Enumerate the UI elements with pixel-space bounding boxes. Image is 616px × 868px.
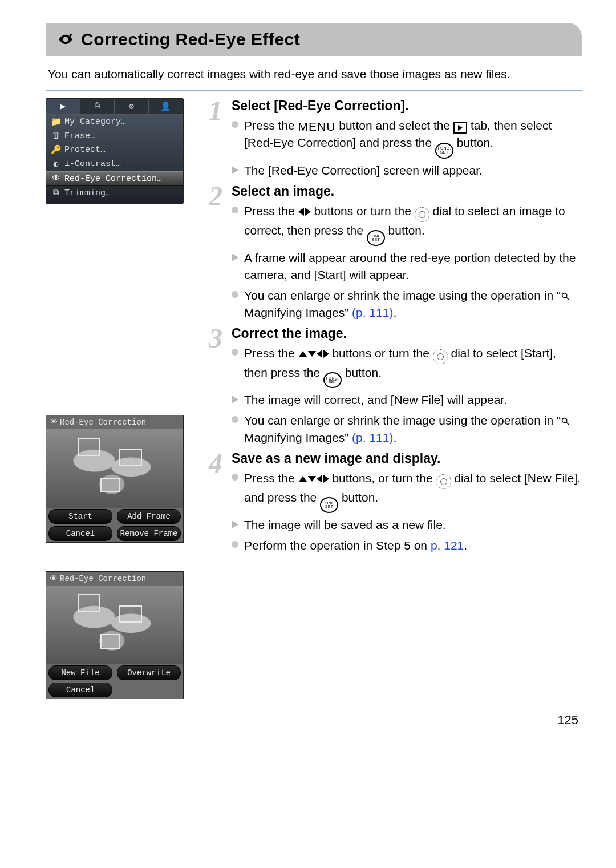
page-reference-link[interactable]: (p. 111) [352,431,393,444]
screenshot-button-overwrite: Overwrite [117,665,181,680]
menu-item: ◐i-Contrast… [46,157,183,171]
step-bullet: The image will be saved as a new file. [232,516,582,534]
left-right-buttons-icon [298,208,311,216]
page-number: 125 [46,713,582,728]
divider [46,90,582,91]
page-reference-link[interactable]: p. 121 [431,539,464,552]
menu-tab-tools: ⚙ [115,99,149,114]
menu-item-icon: 🗑 [51,131,61,141]
step-bullet: You can enlarge or shrink the image usin… [232,287,582,321]
menu-item-label: My Category… [64,117,126,127]
menu-item: 📁My Category… [46,115,183,129]
menu-item-icon: 👁 [51,173,61,184]
func-set-button-icon: FUNC.SET [435,143,453,159]
menu-item: 🗑Erase… [46,129,183,143]
menu-item: 👁Red-Eye Correction… [46,171,183,186]
instruction-step: 4Save as a new image and display.Press t… [232,451,582,554]
func-set-button-icon: FUNC.SET [320,497,338,513]
screenshot-button-add-frame: Add Frame [117,509,181,524]
redeye-correction-screenshot-start: 👁 Red-Eye Correction Start Add Frame Can… [46,415,184,543]
control-dial-icon [436,474,451,489]
step-number: 1 [209,95,222,126]
menu-tab-playback: ▶ [46,99,80,114]
menu-item-icon: 📁 [51,116,61,127]
section-title: Correcting Red-Eye Effect [81,30,300,49]
step-bullet: Press the buttons, or turn the dial to s… [232,470,582,514]
face-frame [119,449,142,466]
menu-item-label: Erase… [64,131,95,141]
menu-item-icon: ◐ [51,159,61,169]
red-eye-icon [57,31,74,48]
step-bullet: Press the MENU button and select the tab… [232,117,582,158]
step-bullet: Perform the operation in Step 5 on p. 12… [232,537,582,554]
face-frame [78,438,100,456]
screenshot-title: Red-Eye Correction [60,418,146,427]
screenshot-button-remove-frame: Remove Frame [117,526,181,541]
menu-item: 🔑Protect… [46,143,183,157]
menu-item: ⧉Trimming… [46,186,183,200]
eye-icon: 👁 [50,574,58,583]
menu-item-label: Protect… [64,145,106,155]
step-heading: Save as a new image and display. [232,451,582,466]
func-set-button-icon: FUNC.SET [323,372,342,388]
func-set-button-icon: FUNC.SET [367,230,385,246]
svg-line-1 [566,297,569,300]
step-bullet: Press the buttons or turn the dial to se… [232,203,582,247]
screenshot-button-start: Start [48,509,112,524]
instruction-step: 2Select an image.Press the buttons or tu… [232,184,582,321]
svg-point-2 [562,418,567,423]
menu-item-icon: ⧉ [51,188,61,198]
section-title-bar: Correcting Red-Eye Effect [46,23,582,56]
screenshot-title: Red-Eye Correction [60,574,146,583]
face-frame [100,634,120,649]
camera-menu-screenshot: ▶ ⎙ ⚙ 👤 📁My Category…🗑Erase…🔑Protect…◐i-… [46,98,184,204]
menu-item-label: i-Contrast… [64,159,121,169]
menu-item-icon: 🔑 [51,144,61,155]
face-frame [78,594,100,612]
magnify-icon [561,417,570,426]
face-frame [100,478,120,492]
step-number: 3 [209,322,222,354]
intro-paragraph: You can automatically correct images wit… [48,66,579,82]
menu-tab-user: 👤 [149,99,183,114]
instruction-step: 1Select [Red-Eye Correction].Press the M… [232,98,582,179]
instruction-step: 3Correct the image.Press the buttons or … [232,326,582,446]
magnify-icon [561,292,570,301]
page-reference-link[interactable]: (p. 111) [352,306,393,319]
control-dial-icon [415,207,429,222]
playback-tab-icon [453,122,467,134]
control-dial-icon [433,349,448,364]
svg-line-3 [566,422,569,425]
step-heading: Correct the image. [232,326,582,341]
step-bullet: The image will correct, and [New File] w… [232,391,582,409]
screenshot-button-new-file: New File [48,665,112,680]
eye-icon: 👁 [50,418,58,427]
direction-buttons-icon [298,475,329,483]
step-bullet: The [Red-Eye Correction] screen will app… [232,162,582,179]
screenshot-button-cancel: Cancel [48,683,112,697]
menu-button-icon: MENU [298,120,336,132]
step-bullet: A frame will appear around the red-eye p… [232,249,582,284]
step-heading: Select [Red-Eye Correction]. [232,98,582,114]
step-number: 4 [209,447,222,479]
menu-item-label: Trimming… [64,188,111,198]
svg-point-0 [562,293,567,298]
direction-buttons-icon [298,350,329,358]
menu-tab-print: ⎙ [80,99,115,114]
step-bullet: You can enlarge or shrink the image usin… [232,412,582,446]
redeye-correction-screenshot-save: 👁 Red-Eye Correction New File Overwrite … [46,571,184,699]
face-frame [119,605,142,623]
step-heading: Select an image. [232,184,582,199]
step-number: 2 [209,180,222,212]
step-bullet: Press the buttons or turn the dial to se… [232,345,582,389]
screenshot-button-cancel: Cancel [48,526,112,541]
menu-item-label: Red-Eye Correction… [64,174,162,184]
